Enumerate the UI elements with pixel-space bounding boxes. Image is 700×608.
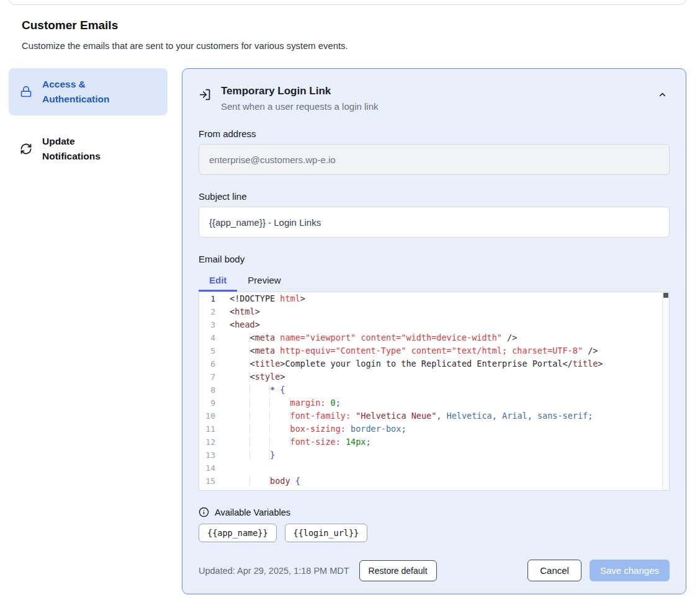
sidebar-item-label: Update Notifications — [42, 134, 135, 164]
panel-header: Temporary Login Link Sent when a user re… — [199, 84, 670, 114]
code-line: 8 * { — [199, 383, 662, 396]
line-number: 14 — [199, 462, 215, 475]
temporary-login-link-panel: Temporary Login Link Sent when a user re… — [182, 68, 686, 594]
sidebar-item-access-authentication[interactable]: Access & Authentication — [9, 68, 168, 115]
line-number: 4 — [199, 331, 215, 344]
code-editor[interactable]: 1<!DOCTYPE html>2<html>3<head>4 <meta na… — [199, 292, 670, 491]
page-title: Customer Emails — [22, 19, 118, 32]
line-number: 15 — [199, 475, 215, 488]
editor-scrollbar[interactable] — [662, 292, 669, 490]
variable-chip-login-url[interactable]: {{login_url}} — [285, 524, 368, 542]
info-icon — [199, 507, 209, 517]
line-number: 9 — [199, 396, 215, 409]
code-line: 16 background-color: #f9f9f9; — [199, 488, 662, 491]
collapse-button[interactable] — [655, 87, 670, 102]
line-number: 10 — [199, 409, 215, 422]
from-address-label: From address — [199, 128, 670, 139]
code-line: 3<head> — [199, 318, 662, 331]
line-number: 5 — [199, 344, 215, 357]
chevron-up-icon — [658, 90, 667, 99]
code-line: 15 body { — [199, 475, 662, 488]
line-number: 1 — [199, 292, 215, 305]
lock-icon — [20, 86, 32, 98]
panel-footer: Updated: Apr 29, 2025, 1:18 PM MDT Resto… — [199, 560, 670, 581]
tab-edit[interactable]: Edit — [199, 270, 237, 292]
from-address-input[interactable] — [199, 144, 670, 175]
restore-default-button[interactable]: Restore default — [359, 560, 437, 581]
variable-chips: {{app_name}} {{login_url}} — [199, 524, 670, 542]
line-number: 12 — [199, 436, 215, 449]
code-line: 1<!DOCTYPE html> — [199, 292, 662, 305]
line-number: 3 — [199, 318, 215, 331]
line-number: 2 — [199, 305, 215, 318]
sidebar-item-update-notifications[interactable]: Update Notifications — [9, 125, 168, 172]
tab-preview[interactable]: Preview — [237, 270, 291, 292]
editor-scrollbar-thumb[interactable] — [663, 293, 668, 298]
code-line: 13 } — [199, 449, 662, 462]
code-line: 12 font-size: 14px; — [199, 436, 662, 449]
cancel-button[interactable]: Cancel — [527, 560, 581, 581]
line-number: 7 — [199, 370, 215, 383]
subject-line-input[interactable] — [199, 207, 670, 238]
panel-title: Temporary Login Link — [221, 84, 655, 99]
subject-line-label: Subject line — [199, 191, 670, 202]
line-number: 16 — [199, 488, 215, 491]
previous-card-edge — [9, 0, 686, 5]
panel-subtitle: Sent when a user requests a login link — [221, 100, 655, 114]
updated-timestamp: Updated: Apr 29, 2025, 1:18 PM MDT — [199, 566, 349, 576]
variable-chip-app-name[interactable]: {{app_name}} — [199, 524, 277, 542]
available-variables-label: Available Variables — [215, 507, 290, 517]
code-line: 4 <meta name="viewport" content="width=d… — [199, 331, 662, 344]
line-number: 8 — [199, 383, 215, 396]
code-line: 6 <title>Complete your login to the Repl… — [199, 357, 662, 370]
available-variables-header: Available Variables — [199, 507, 670, 517]
line-number: 6 — [199, 357, 215, 370]
code-line: 7 <style> — [199, 370, 662, 383]
email-types-sidebar: Access & Authentication Update Notificat… — [9, 68, 168, 172]
line-number: 13 — [199, 449, 215, 462]
save-changes-button[interactable]: Save changes — [590, 560, 670, 581]
email-body-label: Email body — [199, 254, 670, 264]
code-line: 11 box-sizing: border-box; — [199, 422, 662, 436]
code-line: 14 — [199, 462, 662, 475]
line-number: 11 — [199, 422, 215, 436]
code-lines: 1<!DOCTYPE html>2<html>3<head>4 <meta na… — [199, 292, 662, 491]
page-subtitle: Customize the emails that are sent to yo… — [22, 41, 348, 51]
login-icon — [199, 88, 212, 101]
code-line: 2<html> — [199, 305, 662, 318]
email-body-tabs: Edit Preview — [199, 270, 670, 292]
refresh-icon — [20, 143, 32, 155]
code-line: 10 font-family: "Helvetica Neue", Helvet… — [199, 409, 662, 422]
sidebar-item-label: Access & Authentication — [42, 77, 135, 107]
code-line: 9 margin: 0; — [199, 396, 662, 409]
code-line: 5 <meta http-equiv="Content-Type" conten… — [199, 344, 662, 357]
